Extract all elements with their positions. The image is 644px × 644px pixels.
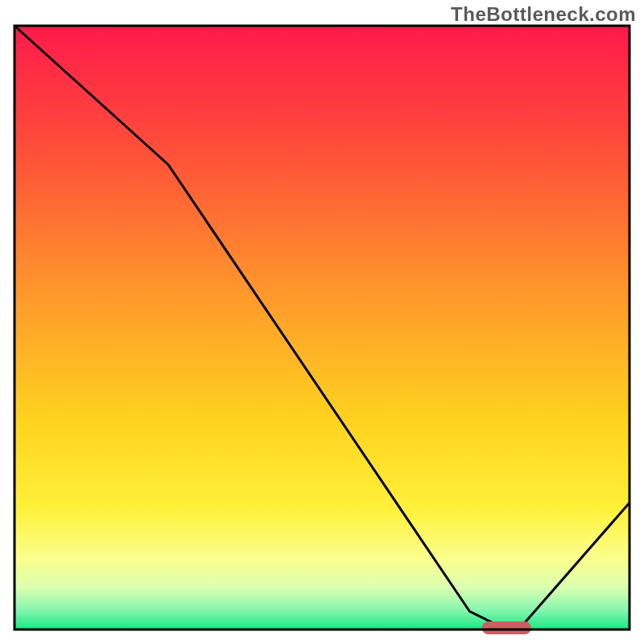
bottleneck-chart: [0, 0, 644, 644]
plot-background: [14, 26, 630, 630]
optimal-range-marker: [482, 621, 531, 634]
watermark-text: TheBottleneck.com: [451, 3, 636, 26]
chart-stage: TheBottleneck.com: [0, 0, 644, 644]
